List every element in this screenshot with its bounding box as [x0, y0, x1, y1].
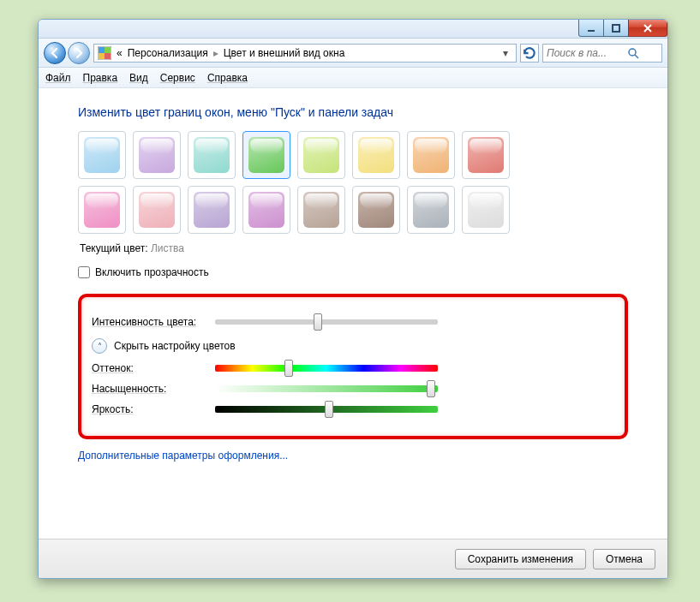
- save-button[interactable]: Сохранить изменения: [455, 549, 586, 569]
- nav-bar: « Персонализация ▸ Цвет и внешний вид ок…: [39, 39, 667, 68]
- forward-button[interactable]: [68, 42, 90, 64]
- svg-point-7: [629, 49, 636, 56]
- color-swatch-sky[interactable]: [78, 131, 126, 179]
- transparency-input[interactable]: [78, 266, 90, 278]
- menu-view[interactable]: Вид: [129, 72, 148, 84]
- saturation-label: Насыщенность:: [92, 383, 205, 395]
- current-color: Текущий цвет: Листва: [80, 242, 628, 254]
- menu-edit[interactable]: Правка: [83, 72, 118, 84]
- back-button[interactable]: [44, 42, 66, 64]
- svg-rect-1: [613, 25, 619, 32]
- color-swatch-leaf[interactable]: [242, 131, 290, 179]
- chevron-up-icon: ˄: [92, 338, 107, 354]
- color-swatch-blush[interactable]: [133, 186, 181, 234]
- color-swatch-sea[interactable]: [188, 131, 236, 179]
- menu-help[interactable]: Справка: [207, 72, 248, 84]
- color-mixer-highlight: Интенсивность цвета: ˄ Скрыть настройку …: [78, 294, 628, 439]
- color-swatch-taupe[interactable]: [297, 186, 345, 234]
- saturation-slider[interactable]: [215, 385, 438, 392]
- transparency-label: Включить прозрачность: [95, 266, 209, 278]
- page-title: Изменить цвет границ окон, меню "Пуск" и…: [78, 105, 628, 119]
- search-input[interactable]: [547, 47, 624, 59]
- menu-tools[interactable]: Сервис: [160, 72, 195, 84]
- brightness-row: Яркость:: [92, 403, 611, 415]
- hue-slider[interactable]: [215, 365, 438, 372]
- color-swatch-ruby[interactable]: [462, 131, 510, 179]
- svg-rect-4: [105, 47, 111, 53]
- svg-rect-5: [99, 53, 105, 59]
- brightness-label: Яркость:: [92, 403, 205, 415]
- color-swatch-chocolate[interactable]: [352, 186, 400, 234]
- color-swatch-frost[interactable]: [462, 186, 510, 234]
- title-bar: [39, 20, 667, 39]
- intensity-slider[interactable]: [215, 319, 438, 325]
- breadcrumb-sep-icon: ▸: [213, 47, 218, 59]
- breadcrumb-prefix: «: [117, 47, 123, 59]
- current-color-label: Текущий цвет:: [80, 242, 148, 254]
- window: « Персонализация ▸ Цвет и внешний вид ок…: [38, 19, 668, 579]
- brightness-thumb[interactable]: [325, 401, 333, 418]
- intensity-thumb[interactable]: [314, 313, 322, 331]
- saturation-thumb[interactable]: [427, 380, 435, 397]
- svg-rect-3: [99, 47, 105, 53]
- color-mixer-toggle[interactable]: ˄ Скрыть настройку цветов: [92, 338, 611, 354]
- advanced-appearance-link[interactable]: Дополнительные параметры оформления...: [78, 450, 628, 462]
- content-area: Изменить цвет границ окон, меню "Пуск" и…: [39, 88, 667, 539]
- refresh-button[interactable]: [520, 44, 539, 63]
- breadcrumb-parent[interactable]: Персонализация: [128, 47, 208, 59]
- hue-label: Оттенок:: [92, 362, 205, 374]
- color-mixer-toggle-label: Скрыть настройку цветов: [114, 340, 236, 352]
- svg-rect-0: [588, 30, 595, 32]
- color-swatch-violet[interactable]: [188, 186, 236, 234]
- search-icon: [627, 47, 639, 59]
- cancel-button[interactable]: Отмена: [593, 549, 655, 569]
- minimize-button[interactable]: [578, 20, 604, 37]
- address-bar[interactable]: « Персонализация ▸ Цвет и внешний вид ок…: [93, 44, 517, 63]
- color-swatch-sun[interactable]: [352, 131, 400, 179]
- search-box[interactable]: [542, 44, 662, 63]
- intensity-label: Интенсивность цвета:: [92, 316, 205, 328]
- close-button[interactable]: [628, 20, 667, 37]
- menu-file[interactable]: Файл: [45, 72, 71, 84]
- color-swatch-lavender[interactable]: [242, 186, 290, 234]
- hue-thumb[interactable]: [284, 360, 293, 377]
- current-color-value: Листва: [151, 242, 184, 254]
- saturation-row: Насыщенность:: [92, 383, 611, 395]
- breadcrumb-current[interactable]: Цвет и внешний вид окна: [224, 47, 345, 59]
- svg-line-8: [635, 55, 638, 58]
- brightness-slider[interactable]: [215, 406, 438, 413]
- personalization-icon: [98, 46, 111, 60]
- color-swatch-lime[interactable]: [297, 131, 345, 179]
- color-swatch-fuchsia[interactable]: [78, 186, 126, 234]
- transparency-checkbox[interactable]: Включить прозрачность: [78, 266, 628, 278]
- color-swatch-twilight[interactable]: [133, 131, 181, 179]
- footer: Сохранить изменения Отмена: [39, 539, 667, 578]
- svg-rect-6: [105, 53, 111, 59]
- address-dropdown-icon[interactable]: ▾: [499, 47, 512, 59]
- hue-row: Оттенок:: [92, 362, 611, 374]
- color-swatch-slate[interactable]: [407, 186, 455, 234]
- maximize-button[interactable]: [603, 20, 629, 37]
- color-swatch-pumpkin[interactable]: [407, 131, 455, 179]
- intensity-row: Интенсивность цвета:: [92, 316, 611, 328]
- menu-bar: Файл Правка Вид Сервис Справка: [39, 68, 667, 88]
- color-swatches: [78, 131, 628, 234]
